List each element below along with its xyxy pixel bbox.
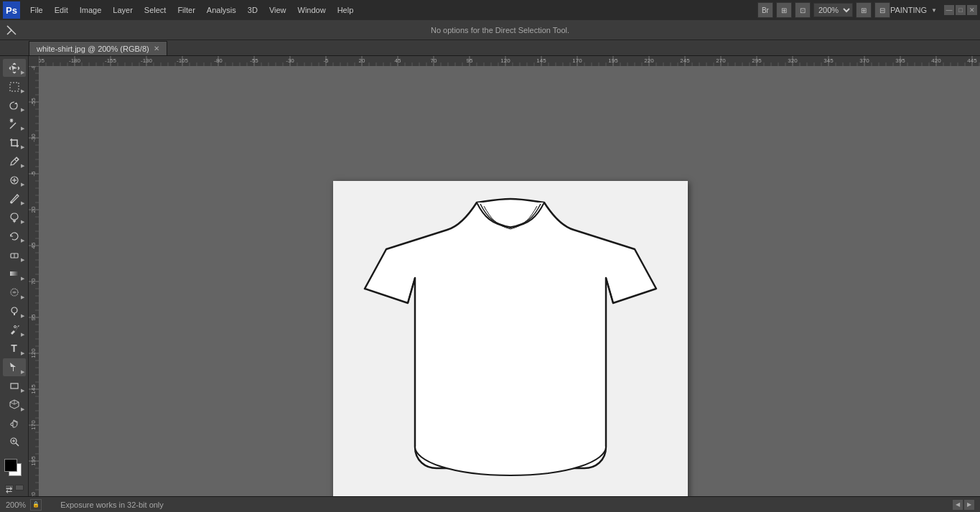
tool-blur[interactable]: ▶ bbox=[3, 284, 26, 302]
tool-magic-wand[interactable]: ▶ bbox=[3, 115, 26, 133]
tool-brush[interactable]: ▶ bbox=[3, 190, 26, 208]
menu-image[interactable]: Image bbox=[74, 3, 108, 17]
tool-eraser[interactable]: ▶ bbox=[3, 246, 26, 264]
tool-zoom[interactable] bbox=[3, 433, 26, 451]
workspace-area: PAINTING ▼ bbox=[890, 6, 937, 14]
menu-file[interactable]: File bbox=[24, 3, 49, 17]
document-canvas[interactable] bbox=[333, 181, 688, 496]
tool-eyedropper[interactable]: ▶ bbox=[3, 152, 26, 170]
zoom-value: 200% bbox=[6, 501, 26, 509]
tool-path-select[interactable]: ▶ bbox=[3, 358, 26, 376]
nav-arrows: ◀ ▶ bbox=[953, 500, 974, 510]
workspace-dropdown-arrow: ▼ bbox=[931, 7, 937, 14]
tool-arrow: ▶ bbox=[21, 107, 24, 113]
zoom-display: 200% bbox=[6, 501, 26, 509]
svg-line-1 bbox=[10, 123, 16, 129]
menu-bar: Ps File Edit Image Layer Select Filter A… bbox=[0, 0, 980, 20]
tool-dodge[interactable]: ▶ bbox=[3, 302, 26, 320]
tool-hand[interactable] bbox=[3, 414, 26, 432]
menu-layer[interactable]: Layer bbox=[107, 3, 139, 17]
menu-view[interactable]: View bbox=[263, 3, 292, 17]
ruler-top bbox=[39, 56, 980, 66]
tool-crop[interactable]: ▶ bbox=[3, 134, 26, 152]
svg-rect-0 bbox=[10, 83, 19, 91]
ruler-left bbox=[29, 66, 39, 496]
tool-arrow: ▶ bbox=[21, 276, 24, 281]
tool-lasso[interactable]: ▶ bbox=[3, 96, 26, 114]
close-button[interactable]: ✕ bbox=[967, 5, 977, 15]
tool-marquee[interactable]: ▶ bbox=[3, 78, 26, 96]
nav-left-button[interactable]: ◀ bbox=[953, 500, 963, 510]
tool-arrow: ▶ bbox=[21, 406, 24, 412]
tool-history[interactable]: ▶ bbox=[3, 227, 26, 245]
tool-arrow: ▶ bbox=[21, 200, 24, 206]
options-status-text: No options for the Direct Selection Tool… bbox=[24, 26, 976, 34]
tool-arrow: ▶ bbox=[21, 163, 24, 169]
tool-arrow: ▶ bbox=[21, 294, 24, 300]
tool-arrow: ▶ bbox=[21, 182, 24, 187]
nav-right-button[interactable]: ▶ bbox=[964, 500, 974, 510]
tab-close-button[interactable]: ✕ bbox=[154, 45, 159, 52]
tool-type[interactable]: T ▶ bbox=[3, 340, 26, 358]
menu-select[interactable]: Select bbox=[139, 3, 172, 17]
toolbar: ▶ ▶ ▶ ▶ bbox=[0, 56, 29, 496]
color-swatch-area: ⇄ bbox=[1, 452, 27, 493]
svg-point-6 bbox=[10, 201, 12, 203]
zoom-select[interactable]: 200% 100% 50% bbox=[813, 3, 853, 17]
svg-point-11 bbox=[11, 307, 17, 313]
tshirt-image bbox=[333, 181, 688, 496]
tool-arrow: ▶ bbox=[21, 219, 24, 225]
tool-3d[interactable]: ▶ bbox=[3, 396, 26, 414]
tool-move[interactable]: ▶ bbox=[3, 59, 26, 77]
tool-shape[interactable]: ▶ bbox=[3, 377, 26, 395]
svg-point-2 bbox=[15, 158, 18, 161]
window-controls: — □ ✕ bbox=[944, 5, 977, 15]
status-info: Exposure works in 32-bit only bbox=[46, 501, 948, 509]
ruler-corner bbox=[29, 56, 39, 66]
menu-analysis[interactable]: Analysis bbox=[201, 3, 242, 17]
tab-bar: white-shirt.jpg @ 200% (RGB/8) ✕ bbox=[0, 40, 980, 56]
default-colors-icon[interactable] bbox=[15, 485, 24, 490]
zoom-tools-icon[interactable]: ⊞ bbox=[856, 2, 872, 18]
status-bar: 200% 🔒 Exposure works in 32-bit only ◀ ▶ bbox=[0, 496, 980, 512]
menu-filter[interactable]: Filter bbox=[172, 3, 200, 17]
menu-3d[interactable]: 3D bbox=[242, 3, 263, 17]
tool-arrow: ▶ bbox=[21, 350, 24, 356]
tool-pen[interactable]: ▶ bbox=[3, 321, 26, 339]
quick-icons: Br ⊞ ⊡ 200% 100% 50% ⊞ ⊟ bbox=[757, 2, 890, 18]
tool-arrow: ▶ bbox=[21, 257, 24, 263]
workspace-label: PAINTING bbox=[890, 6, 927, 14]
screen-mode-icon[interactable]: ⊡ bbox=[795, 2, 811, 18]
swap-colors-icon[interactable]: ⇄ bbox=[5, 485, 14, 490]
tool-arrow: ▶ bbox=[21, 238, 24, 243]
tool-gradient[interactable]: ▶ bbox=[3, 265, 26, 283]
svg-line-16 bbox=[16, 443, 19, 446]
tool-arrow: ▶ bbox=[21, 126, 24, 131]
svg-rect-9 bbox=[10, 271, 19, 276]
menu-items: File Edit Image Layer Select Filter Anal… bbox=[24, 3, 752, 17]
tool-clone[interactable]: ▶ bbox=[3, 208, 26, 226]
tab-label: white-shirt.jpg @ 200% (RGB/8) bbox=[37, 45, 149, 53]
document-tab[interactable]: white-shirt.jpg @ 200% (RGB/8) ✕ bbox=[29, 41, 167, 55]
maximize-button[interactable]: □ bbox=[956, 5, 966, 15]
canvas-container bbox=[39, 66, 980, 496]
tool-arrow: ▶ bbox=[21, 88, 24, 94]
menu-window[interactable]: Window bbox=[292, 3, 332, 17]
tool-healing[interactable]: ▶ bbox=[3, 171, 26, 189]
tool-arrow: ▶ bbox=[21, 70, 24, 75]
tool-arrow: ▶ bbox=[21, 144, 24, 150]
tool-arrow: ▶ bbox=[21, 332, 24, 338]
photoshop-logo: Ps bbox=[3, 1, 20, 19]
arrange-icon[interactable]: ⊞ bbox=[776, 2, 792, 18]
tool-arrow: ▶ bbox=[21, 388, 24, 394]
menu-edit[interactable]: Edit bbox=[49, 3, 74, 17]
zoom-tools2-icon[interactable]: ⊟ bbox=[874, 2, 890, 18]
bridge-icon[interactable]: Br bbox=[757, 2, 773, 18]
type-icon-label: T bbox=[11, 343, 17, 354]
zoom-options-icon[interactable]: 🔒 bbox=[30, 499, 42, 511]
minimize-button[interactable]: — bbox=[944, 5, 954, 15]
options-bar: No options for the Direct Selection Tool… bbox=[0, 20, 980, 40]
tool-arrow: ▶ bbox=[21, 313, 24, 319]
menu-help[interactable]: Help bbox=[332, 3, 360, 17]
foreground-color-swatch[interactable] bbox=[4, 459, 17, 472]
